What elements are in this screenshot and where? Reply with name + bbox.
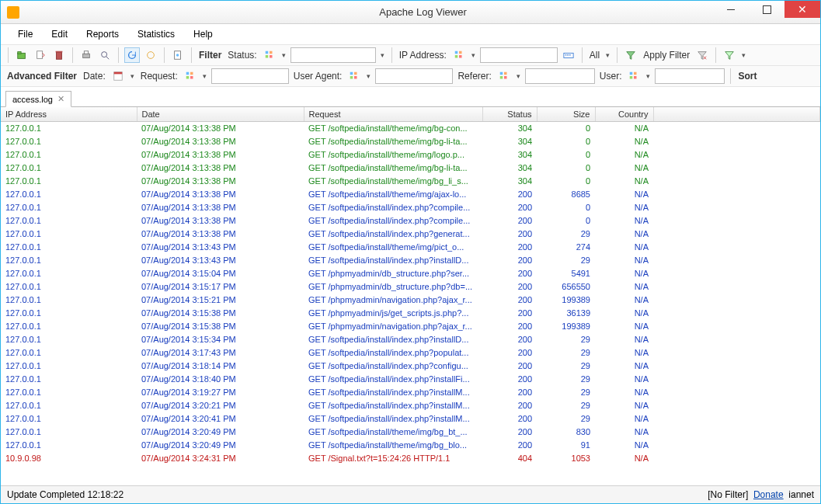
keyboard-icon[interactable] [561, 47, 576, 63]
table-row[interactable]: 10.9.0.9807/Aug/2014 3:24:31 PMGET /Sign… [1, 452, 820, 465]
toolbar: Filter Status: ▾ ▾ IP Address: ▾ All ▾ A… [1, 44, 820, 66]
table-row[interactable]: 127.0.0.107/Aug/2014 3:13:38 PMGET /soft… [1, 214, 820, 228]
apply-filter-label[interactable]: Apply Filter [642, 50, 691, 61]
col-country[interactable]: Country [595, 107, 653, 122]
svg-rect-14 [455, 51, 458, 54]
svg-rect-29 [354, 72, 357, 75]
find-icon[interactable] [97, 47, 113, 63]
referer-mode-dropdown[interactable]: ▾ [515, 72, 522, 80]
maximize-button[interactable] [749, 1, 784, 18]
request-input[interactable] [211, 68, 289, 84]
all-label[interactable]: All [588, 50, 601, 61]
menu-help[interactable]: Help [186, 27, 221, 41]
table-row[interactable]: 127.0.0.107/Aug/2014 3:18:14 PMGET /soft… [1, 360, 820, 373]
table-row[interactable]: 127.0.0.107/Aug/2014 3:13:38 PMGET /soft… [1, 148, 820, 162]
col-status[interactable]: Status [482, 107, 537, 122]
table-row[interactable]: 127.0.0.107/Aug/2014 3:15:34 PMGET /soft… [1, 333, 820, 346]
status-dropdown[interactable]: ▾ [280, 51, 287, 59]
svg-rect-31 [354, 76, 357, 79]
menu-edit[interactable]: Edit [43, 27, 75, 41]
user-mode-dropdown[interactable]: ▾ [645, 72, 652, 80]
table-row[interactable]: 127.0.0.107/Aug/2014 3:20:41 PMGET /soft… [1, 412, 820, 426]
advanced-filter-label: Advanced Filter [5, 71, 78, 82]
svg-rect-25 [190, 72, 193, 75]
col-request[interactable]: Request [304, 107, 482, 122]
table-row[interactable]: 127.0.0.107/Aug/2014 3:15:21 PMGET /phpm… [1, 294, 820, 307]
date-dropdown[interactable]: ▾ [129, 72, 136, 80]
brand-label: iannet [788, 489, 814, 500]
delete-icon[interactable] [51, 47, 67, 63]
minimize-button[interactable] [713, 1, 749, 18]
status-label: Status: [226, 50, 258, 61]
all-dropdown[interactable]: ▾ [604, 51, 611, 59]
col-ip-address[interactable]: IP Address [1, 107, 137, 122]
export-icon[interactable] [33, 47, 48, 63]
donate-link[interactable]: Donate [753, 489, 784, 500]
log-grid[interactable]: IP AddressDateRequestStatusSizeCountry 1… [1, 107, 820, 485]
ip-mode-dropdown[interactable]: ▾ [470, 51, 477, 59]
open-icon[interactable] [14, 47, 30, 63]
refresh-icon[interactable] [124, 47, 140, 63]
menu-reports[interactable]: Reports [78, 27, 127, 41]
print-icon[interactable] [78, 47, 94, 63]
col-date[interactable]: Date [137, 107, 304, 122]
referer-grid-icon[interactable] [496, 68, 512, 84]
ip-grid-icon[interactable] [451, 47, 467, 63]
table-row[interactable]: 127.0.0.107/Aug/2014 3:15:17 PMGET /phpm… [1, 280, 820, 294]
table-row[interactable]: 127.0.0.107/Aug/2014 3:13:38 PMGET /soft… [1, 175, 820, 188]
user-input[interactable] [655, 68, 725, 84]
ua-grid-icon[interactable] [346, 68, 362, 84]
table-row[interactable]: 127.0.0.107/Aug/2014 3:13:43 PMGET /soft… [1, 241, 820, 254]
table-row[interactable]: 127.0.0.107/Aug/2014 3:15:38 PMGET /phpm… [1, 320, 820, 333]
clear-filter-icon[interactable] [694, 47, 710, 63]
table-row[interactable]: 127.0.0.107/Aug/2014 3:17:43 PMGET /soft… [1, 346, 820, 360]
col-size[interactable]: Size [537, 107, 595, 122]
auto-refresh-icon[interactable] [143, 47, 158, 63]
table-row[interactable]: 127.0.0.107/Aug/2014 3:13:43 PMGET /soft… [1, 254, 820, 267]
ip-input[interactable] [480, 47, 558, 63]
table-row[interactable]: 127.0.0.107/Aug/2014 3:13:38 PMGET /soft… [1, 122, 820, 135]
svg-rect-32 [500, 72, 503, 75]
date-grid-icon[interactable] [110, 68, 126, 84]
referer-input[interactable] [525, 68, 595, 84]
ip-label: IP Address: [398, 50, 448, 61]
menu-statistics[interactable]: Statistics [130, 27, 183, 41]
table-row[interactable]: 127.0.0.107/Aug/2014 3:20:21 PMGET /soft… [1, 399, 820, 412]
request-mode-dropdown[interactable]: ▾ [201, 72, 208, 80]
tab-access-log[interactable]: access.log ✕ [5, 91, 71, 107]
table-row[interactable]: 127.0.0.107/Aug/2014 3:13:38 PMGET /soft… [1, 188, 820, 201]
filter-menu-icon[interactable] [722, 47, 737, 63]
titlebar: Apache Log Viewer ✕ [1, 1, 820, 24]
date-label: Date: [82, 71, 107, 82]
table-row[interactable]: 127.0.0.107/Aug/2014 3:19:27 PMGET /soft… [1, 386, 820, 399]
table-row[interactable]: 127.0.0.107/Aug/2014 3:13:38 PMGET /soft… [1, 135, 820, 148]
table-row[interactable]: 127.0.0.107/Aug/2014 3:13:38 PMGET /soft… [1, 201, 820, 214]
table-row[interactable]: 127.0.0.107/Aug/2014 3:15:38 PMGET /phpm… [1, 307, 820, 320]
request-label: Request: [139, 71, 179, 82]
svg-rect-21 [569, 54, 571, 55]
table-row[interactable]: 127.0.0.107/Aug/2014 3:20:49 PMGET /soft… [1, 439, 820, 452]
status-value-dropdown[interactable]: ▾ [379, 51, 386, 59]
close-button[interactable]: ✕ [784, 1, 820, 18]
apply-filter-icon[interactable] [623, 47, 638, 63]
sort-label[interactable]: Sort [736, 71, 758, 82]
table-row[interactable]: 127.0.0.107/Aug/2014 3:13:38 PMGET /soft… [1, 228, 820, 241]
filter-menu-dropdown[interactable]: ▾ [740, 51, 747, 59]
table-row[interactable]: 127.0.0.107/Aug/2014 3:13:38 PMGET /soft… [1, 162, 820, 175]
svg-rect-12 [265, 55, 268, 58]
tab-close-icon[interactable]: ✕ [57, 94, 64, 104]
menu-file[interactable]: File [10, 27, 40, 41]
svg-rect-3 [57, 53, 62, 60]
table-row[interactable]: 127.0.0.107/Aug/2014 3:20:49 PMGET /soft… [1, 426, 820, 439]
ua-input[interactable] [375, 68, 453, 84]
status-grid-icon[interactable] [262, 47, 277, 63]
user-grid-icon[interactable] [626, 68, 642, 84]
table-row[interactable]: 127.0.0.107/Aug/2014 3:15:04 PMGET /phpm… [1, 267, 820, 280]
ua-mode-dropdown[interactable]: ▾ [365, 72, 372, 80]
svg-rect-19 [565, 54, 566, 55]
status-input[interactable] [290, 47, 376, 63]
table-row[interactable]: 127.0.0.107/Aug/2014 3:18:40 PMGET /soft… [1, 373, 820, 386]
settings-icon[interactable] [170, 47, 186, 63]
request-grid-icon[interactable] [183, 68, 198, 84]
svg-rect-15 [459, 51, 462, 54]
